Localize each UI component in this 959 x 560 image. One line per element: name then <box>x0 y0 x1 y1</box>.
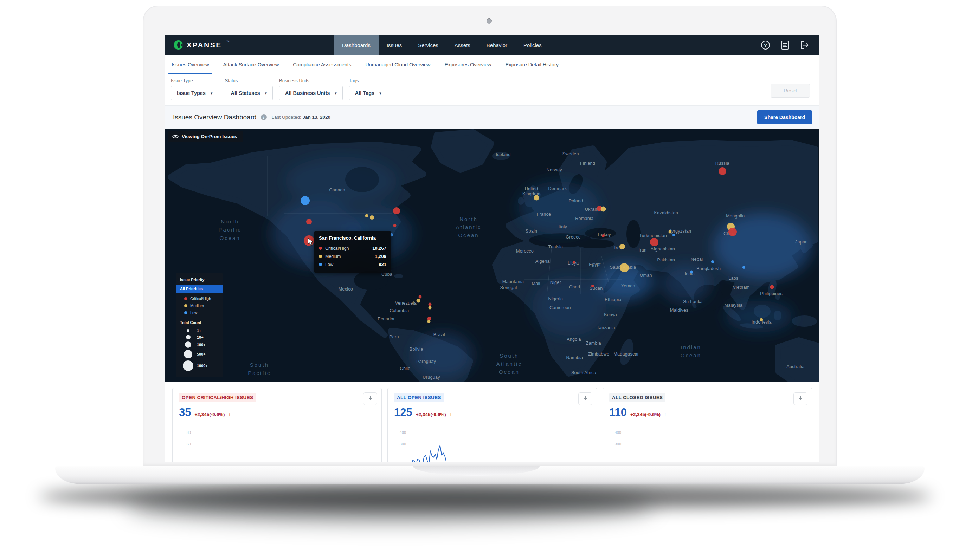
help-icon[interactable]: ? <box>761 40 770 50</box>
last-updated-value: Jan 13, 2020 <box>302 115 330 120</box>
card-value-row: 110+2,345(-9.6%) ↑ <box>609 406 805 419</box>
issue-point[interactable] <box>427 320 430 323</box>
download-icon <box>368 396 373 402</box>
issue-point[interactable] <box>365 214 368 217</box>
issue-point[interactable] <box>370 215 374 220</box>
issue-point[interactable] <box>306 219 312 224</box>
tab-exposure-detail-history[interactable]: Exposure Detail History <box>505 55 559 75</box>
tab-compliance-assessments[interactable]: Compliance Assessments <box>293 55 351 75</box>
legend-all-priorities[interactable]: All Priorities <box>176 285 223 293</box>
card-value-row: 35+2,345(-9.6%) ↑ <box>179 406 375 419</box>
legend-count-label: 100+ <box>197 342 206 347</box>
count-circle-icon <box>186 335 191 339</box>
legend-count-1000plus: 1000+ <box>176 360 223 372</box>
download-icon <box>798 396 803 402</box>
filter-dropdown-status[interactable]: All Statuses▾ <box>225 86 273 100</box>
issue-point[interactable] <box>668 230 671 233</box>
nav-item-policies[interactable]: Policies <box>515 35 550 55</box>
release-notes-icon[interactable] <box>781 40 789 50</box>
tooltip-label: Low <box>325 262 333 267</box>
issue-point[interactable] <box>393 224 396 227</box>
legend-priority-medium[interactable]: Medium <box>176 302 223 309</box>
issue-point[interactable] <box>742 266 745 269</box>
card-value: 125 <box>394 406 413 419</box>
logout-icon[interactable] <box>800 40 809 50</box>
share-dashboard-button[interactable]: Share Dashboard <box>757 110 812 124</box>
nav-item-assets[interactable]: Assets <box>446 35 478 55</box>
filter-dropdown-business-units[interactable]: All Business Units▾ <box>279 86 343 100</box>
issue-point[interactable] <box>573 261 575 264</box>
filter-dropdown-tags[interactable]: All Tags▾ <box>349 86 387 100</box>
reset-button[interactable]: Reset <box>771 84 810 98</box>
download-button[interactable] <box>363 393 377 405</box>
trend-up-arrow-icon: ↑ <box>664 412 666 417</box>
legend-priority-critical-high[interactable]: Critical/High <box>176 295 223 302</box>
issue-point[interactable] <box>718 167 726 175</box>
legend-priority-low[interactable]: Low <box>176 309 223 316</box>
download-icon <box>583 396 588 402</box>
info-icon[interactable]: i <box>261 114 267 120</box>
download-button[interactable] <box>793 393 808 405</box>
filter-label: Business Units <box>279 78 343 83</box>
issue-point[interactable] <box>711 260 714 263</box>
issue-point[interactable] <box>534 195 539 200</box>
nav-menu: DashboardsIssuesServicesAssetsBehaviorPo… <box>334 35 550 55</box>
filter-label: Tags <box>349 78 387 83</box>
filter-dropdown-issue-type[interactable]: Issue Types▾ <box>171 86 218 100</box>
issue-point[interactable] <box>429 306 432 310</box>
legend-count-10plus: 10+ <box>176 334 223 340</box>
tab-attack-surface-overview[interactable]: Attack Surface Overview <box>223 55 279 75</box>
card-chart: 400300 <box>609 426 805 450</box>
chart-grid-line <box>625 444 805 444</box>
laptop-shadow-inner <box>127 490 654 522</box>
tab-issues-overview[interactable]: Issues Overview <box>172 55 209 75</box>
priority-dot-icon <box>184 297 187 301</box>
tooltip-row: Medium1,209 <box>319 252 386 260</box>
last-updated: Last Updated: Jan 13, 2020 <box>272 115 330 120</box>
tab-unmanaged-cloud-overview[interactable]: Unmanaged Cloud Overview <box>365 55 430 75</box>
issue-point[interactable] <box>620 263 629 272</box>
issue-point[interactable] <box>591 285 594 287</box>
issue-point[interactable] <box>393 207 400 214</box>
laptop-base <box>55 466 924 484</box>
count-circle-icon <box>187 329 190 332</box>
issue-point[interactable] <box>601 206 606 212</box>
issue-point[interactable] <box>728 228 737 236</box>
nav-item-behavior[interactable]: Behavior <box>478 35 515 55</box>
issue-point[interactable] <box>419 295 422 298</box>
tooltip-dot-icon <box>319 255 322 258</box>
brand-trademark: ™ <box>226 40 229 44</box>
filter-value: Issue Types <box>177 90 206 96</box>
download-button[interactable] <box>578 393 593 405</box>
issue-point[interactable] <box>602 234 605 237</box>
nav-item-dashboards[interactable]: Dashboards <box>334 35 379 55</box>
filter-group-tags: TagsAll Tags▾ <box>349 78 387 100</box>
filter-bar: Issue TypeIssue Types▾StatusAll Statuses… <box>165 75 819 105</box>
top-nav: XPANSE ™ DashboardsIssuesServicesAssetsB… <box>165 35 819 55</box>
map-tooltip: San Francisco, California Critical/High1… <box>314 231 391 273</box>
issue-point[interactable] <box>770 285 774 289</box>
issue-point[interactable] <box>650 238 658 246</box>
priority-dot-icon <box>184 304 187 307</box>
nav-item-issues[interactable]: Issues <box>379 35 410 55</box>
eye-icon <box>172 135 178 139</box>
issue-point[interactable] <box>760 318 763 321</box>
issue-point[interactable] <box>672 234 675 236</box>
legend-priority-label: Low <box>190 310 197 315</box>
tab-exposures-overview[interactable]: Exposures Overview <box>445 55 491 75</box>
world-map[interactable]: North Pacific OceanNorth Atlantic OceanS… <box>165 129 819 382</box>
nav-item-services[interactable]: Services <box>410 35 446 55</box>
trend-up-arrow-icon: ↑ <box>449 412 452 417</box>
summary-cards: OPEN CRITICAL/HIGH ISSUES35+2,345(-9.6%)… <box>165 382 819 462</box>
issue-point[interactable] <box>416 299 420 302</box>
issue-point[interactable] <box>620 244 625 250</box>
chevron-down-icon: ▾ <box>210 91 213 95</box>
chart-axis-label: 60 <box>179 442 191 446</box>
map-view-badge: Viewing On-Prem Issues <box>168 131 242 142</box>
issue-point[interactable] <box>429 303 432 306</box>
dashboard-tabs: Issues OverviewAttack Surface OverviewCo… <box>165 55 819 75</box>
issue-point[interactable] <box>690 270 693 273</box>
issue-point[interactable] <box>301 196 310 205</box>
chart-grid-row: 80 <box>179 426 375 438</box>
laptop-mockup: XPANSE ™ DashboardsIssuesServicesAssetsB… <box>0 0 959 560</box>
